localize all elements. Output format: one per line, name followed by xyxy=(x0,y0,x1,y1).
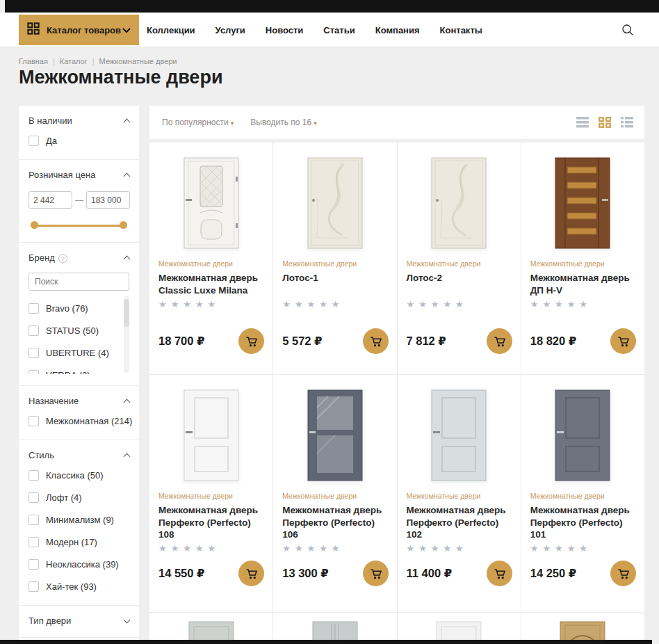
product-image[interactable] xyxy=(273,375,396,486)
product-title[interactable]: Межкомнатная дверь Classic Luxe Milana xyxy=(158,272,263,297)
search-button[interactable] xyxy=(621,24,634,36)
filter-section-header[interactable]: Бренд? xyxy=(29,252,129,263)
price-slider[interactable] xyxy=(31,221,127,230)
product-image[interactable] xyxy=(149,143,272,254)
nav-item-услуги[interactable]: Услуги xyxy=(215,25,245,35)
brand-search-input[interactable] xyxy=(29,273,129,291)
product-category[interactable]: Межкомнатные двери xyxy=(407,259,512,268)
add-to-cart-button[interactable] xyxy=(487,561,512,586)
filter-section-header[interactable]: Стиль xyxy=(29,450,129,460)
product-card[interactable]: Межкомнатные двериЛотос-1★★★★★5 572 ₽ xyxy=(273,143,396,374)
checkbox[interactable] xyxy=(29,537,39,547)
nav-item-статьи[interactable]: Статьи xyxy=(323,25,355,35)
chevron-down-icon xyxy=(124,616,131,623)
help-icon[interactable]: ? xyxy=(58,254,67,263)
filter-section-brand: Бренд? Bravo (76)STATUS (50)UBERTURE (4)… xyxy=(19,243,139,386)
checkbox[interactable] xyxy=(29,348,39,358)
purpose-option[interactable]: Межкомнатная (214) xyxy=(29,413,129,428)
style-option[interactable]: Классика (50) xyxy=(29,467,129,483)
style-option[interactable]: Лофт (4) xyxy=(29,490,129,505)
product-category[interactable]: Межкомнатные двери xyxy=(530,259,635,268)
product-card[interactable]: Межкомнатные двериМежкомнатная дверь Cla… xyxy=(149,143,272,374)
nav-item-контакты[interactable]: Контакты xyxy=(440,25,482,35)
add-to-cart-button[interactable] xyxy=(610,328,636,354)
sort-dropdown[interactable]: По популярности▾ xyxy=(162,118,234,127)
grid-view-icon[interactable] xyxy=(599,115,612,129)
product-card[interactable]: Межкомнатные двериЛотос-2★★★★★7 812 ₽ xyxy=(398,143,521,374)
checkbox[interactable] xyxy=(29,136,39,146)
style-option[interactable]: Минимализм (9) xyxy=(29,512,129,527)
product-image[interactable] xyxy=(521,143,644,254)
checkbox[interactable] xyxy=(29,370,39,375)
checkbox[interactable] xyxy=(29,515,39,525)
product-category[interactable]: Межкомнатные двери xyxy=(282,259,387,268)
checkbox[interactable] xyxy=(29,325,39,336)
checkbox[interactable] xyxy=(29,559,39,570)
product-card[interactable]: Межкомнатные двериМежкомнатная дверь ДП … xyxy=(521,143,644,374)
product-title[interactable]: Межкомнатная дверь ДП Н-V xyxy=(530,272,635,297)
product-title[interactable]: Межкомнатная дверь Перфекто (Perfecto) 1… xyxy=(530,504,635,541)
detailed-list-view-icon[interactable] xyxy=(621,115,635,129)
checkbox[interactable] xyxy=(29,581,39,592)
product-title[interactable]: Лотос-1 xyxy=(282,272,387,297)
style-option[interactable]: Неоклассика (39) xyxy=(29,556,129,572)
product-card[interactable]: Межкомнатные двериМежкомнатная дверь Пер… xyxy=(398,375,521,612)
price-min-input[interactable] xyxy=(29,191,72,209)
filter-section-header[interactable]: Розничная цена xyxy=(29,170,129,180)
product-title[interactable]: Межкомнатная дверь Перфекто (Perfecto) 1… xyxy=(407,504,512,541)
product-image[interactable] xyxy=(273,143,396,254)
per-page-dropdown[interactable]: Выводить по 16▾ xyxy=(250,118,316,127)
checkbox[interactable] xyxy=(29,303,39,314)
price-max-input[interactable] xyxy=(86,191,130,209)
product-image[interactable] xyxy=(521,375,644,486)
product-card-partial[interactable] xyxy=(521,613,644,640)
brand-list-scrollbar[interactable] xyxy=(124,296,129,373)
brand-option[interactable]: STATUS (50) xyxy=(29,323,120,338)
checkbox[interactable] xyxy=(29,492,39,503)
brand-option[interactable]: Bravo (76) xyxy=(29,300,120,316)
checkbox[interactable] xyxy=(29,416,39,426)
add-to-cart-button[interactable] xyxy=(238,328,264,354)
product-card-partial[interactable] xyxy=(149,613,272,640)
filter-section-header[interactable]: Назначение xyxy=(29,396,129,406)
product-category[interactable]: Межкомнатные двери xyxy=(158,259,263,268)
product-card-partial[interactable] xyxy=(398,613,521,640)
add-to-cart-button[interactable] xyxy=(238,561,264,586)
product-card[interactable]: Межкомнатные двериМежкомнатная дверь Пер… xyxy=(521,375,644,612)
filter-section-availability: В наличии Да xyxy=(19,106,139,160)
product-card[interactable]: Межкомнатные двериМежкомнатная дверь Пер… xyxy=(273,375,396,612)
nav-item-коллекции[interactable]: Коллекции xyxy=(147,25,195,35)
product-title[interactable]: Лотос-2 xyxy=(407,272,512,297)
product-card[interactable]: Межкомнатные двериМежкомнатная дверь Пер… xyxy=(149,375,272,612)
product-category[interactable]: Межкомнатные двери xyxy=(282,492,387,500)
add-to-cart-button[interactable] xyxy=(363,561,389,586)
filter-section-header[interactable]: В наличии xyxy=(29,115,129,126)
filter-section-header[interactable]: Тип двери xyxy=(29,615,129,626)
product-category[interactable]: Межкомнатные двери xyxy=(530,492,635,500)
breadcrumb-item[interactable]: Главная xyxy=(19,57,48,65)
product-image[interactable] xyxy=(398,375,521,486)
price-slider-handle-min[interactable] xyxy=(31,221,38,229)
add-to-cart-button[interactable] xyxy=(610,561,636,586)
price-slider-handle-max[interactable] xyxy=(120,221,127,229)
style-option[interactable]: Хай-тек (93) xyxy=(29,579,129,594)
brand-option[interactable]: VERDA (2) xyxy=(29,367,120,374)
product-category[interactable]: Межкомнатные двери xyxy=(158,492,263,500)
availability-option[interactable]: Да xyxy=(29,133,129,148)
product-card-partial[interactable] xyxy=(273,613,396,640)
add-to-cart-button[interactable] xyxy=(363,328,389,354)
list-view-icon[interactable] xyxy=(576,115,590,129)
brand-option[interactable]: UBERTURE (4) xyxy=(29,345,120,360)
nav-item-новости[interactable]: Новости xyxy=(266,25,304,35)
product-image[interactable] xyxy=(149,375,272,486)
checkbox[interactable] xyxy=(29,470,39,481)
breadcrumb-item[interactable]: Каталог xyxy=(60,57,88,65)
nav-item-компания[interactable]: Компания xyxy=(375,25,420,35)
style-option[interactable]: Модерн (17) xyxy=(29,534,129,549)
product-title[interactable]: Межкомнатная дверь Перфекто (Perfecto) 1… xyxy=(158,504,263,541)
product-image[interactable] xyxy=(398,143,521,254)
add-to-cart-button[interactable] xyxy=(487,328,512,354)
product-title[interactable]: Межкомнатная дверь Перфекто (Perfecto) 1… xyxy=(282,504,387,541)
catalog-button[interactable]: Каталог товаров xyxy=(19,15,139,45)
product-category[interactable]: Межкомнатные двери xyxy=(407,492,512,500)
